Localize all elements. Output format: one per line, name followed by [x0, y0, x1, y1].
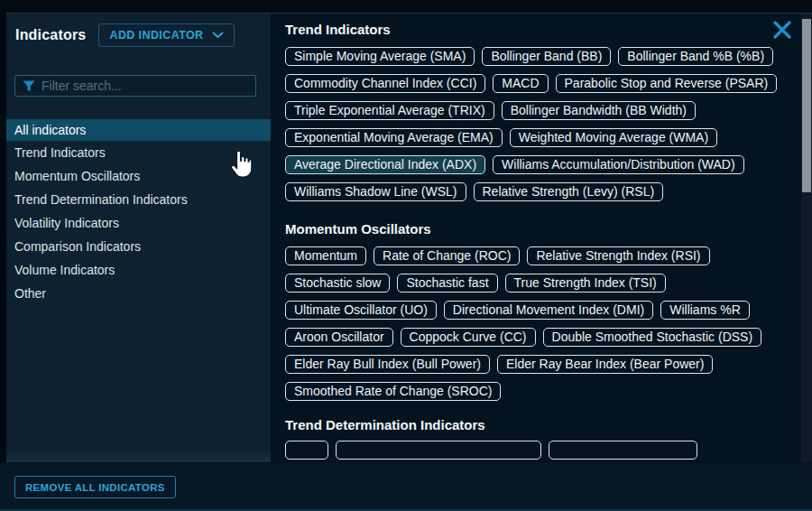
dialog-footer: REMOVE ALL INDICATORS	[0, 462, 812, 511]
indicator-chip[interactable]: Commodity Channel Index (CCI)	[285, 74, 485, 93]
indicator-chip[interactable]: Bollinger Bandwidth (BB Width)	[502, 101, 696, 120]
indicator-chip[interactable]: Simple Moving Average (SMA)	[285, 47, 475, 66]
indicator-chip[interactable]: Williams Accumulation/Distribution (WAD)	[493, 155, 744, 174]
indicator-chip[interactable]: Double Smoothed Stochastic (DSS)	[543, 328, 762, 347]
chip-row	[285, 441, 792, 460]
sidebar-item-trend-determination-indicators[interactable]: Trend Determination Indicators	[6, 188, 271, 211]
indicator-chip[interactable]: Elder Ray Bull Index (Bull Power)	[285, 355, 490, 374]
indicator-chip[interactable]: Smoothed Rate of Change (SROC)	[285, 382, 501, 401]
indicator-chip[interactable]: Williams Shadow Line (WSL)	[285, 182, 466, 201]
chip-row: Ultimate Oscillator (UO)Directional Move…	[285, 301, 792, 320]
indicator-chip-partial[interactable]	[285, 441, 328, 460]
indicator-chip[interactable]: Stochastic fast	[397, 274, 497, 293]
chip-row: Average Directional Index (ADX)Williams …	[285, 155, 792, 174]
sidebar-header: Indicators ADD INDICATOR	[6, 14, 271, 47]
chip-row: MomentumRate of Change (ROC)Relative Str…	[285, 246, 792, 265]
chip-row: Triple Exponential Average (TRIX)Bolling…	[285, 101, 792, 120]
indicator-chip[interactable]: Elder Ray Bear Index (Bear Power)	[497, 355, 713, 374]
indicator-chip[interactable]: Rate of Change (ROC)	[374, 246, 520, 265]
indicator-chip[interactable]: Momentum	[285, 246, 366, 265]
sidebar-item-volume-indicators[interactable]: Volume Indicators	[6, 258, 271, 282]
funnel-icon	[23, 80, 35, 92]
indicator-chip[interactable]: Williams %R	[660, 301, 750, 320]
indicator-chip[interactable]: Weighted Moving Average (WMA)	[510, 128, 717, 147]
chip-row: Stochastic slowStochastic fastTrue Stren…	[285, 274, 792, 293]
close-icon[interactable]	[772, 20, 792, 40]
chip-row: Smoothed Rate of Change (SROC)	[285, 382, 792, 401]
indicator-section: Trend Determination Indicators	[285, 417, 792, 460]
scrollbar[interactable]	[801, 14, 812, 462]
sidebar-item-all-indicators[interactable]: All indicators	[6, 119, 271, 141]
indicator-chip-partial[interactable]	[549, 441, 697, 460]
chip-row: Exponential Moving Average (EMA)Weighted…	[285, 128, 792, 147]
sidebar-item-trend-indicators[interactable]: Trend Indicators	[6, 141, 271, 164]
indicator-chip[interactable]: Bollinger Band (BB)	[482, 47, 611, 66]
add-indicator-button[interactable]: ADD INDICATOR	[98, 23, 234, 47]
indicator-chip[interactable]: Average Directional Index (ADX)	[285, 155, 485, 174]
chip-row: Commodity Channel Index (CCI)MACDParabol…	[285, 74, 792, 93]
indicator-chip[interactable]: Bollinger Band %B (%B)	[618, 47, 773, 66]
filter-search-input[interactable]	[42, 79, 248, 93]
add-indicator-label: ADD INDICATOR	[109, 29, 203, 42]
indicator-dialog: Indicators ADD INDICATOR All indicatorsT…	[6, 13, 812, 462]
indicator-chip-partial[interactable]	[336, 441, 541, 460]
page-title: Indicators	[15, 27, 86, 43]
indicator-chip[interactable]: Relative Strength (Levy) (RSL)	[474, 182, 664, 201]
sidebar-item-comparison-indicators[interactable]: Comparison Indicators	[6, 235, 271, 258]
indicator-chip[interactable]: Triple Exponential Average (TRIX)	[285, 101, 494, 120]
chip-row: Williams Shadow Line (WSL)Relative Stren…	[285, 182, 792, 201]
remove-all-indicators-button[interactable]: REMOVE ALL INDICATORS	[14, 476, 176, 498]
section-title: Trend Determination Indicators	[285, 417, 792, 433]
indicator-chip[interactable]: True Strength Index (TSI)	[505, 274, 666, 293]
chip-row: Aroon OscillatorCoppock Curve (CC)Double…	[285, 328, 792, 347]
sidebar-item-volatility-indicators[interactable]: Volatility Indicators	[6, 211, 271, 235]
indicator-sections: Trend IndicatorsSimple Moving Average (S…	[271, 14, 801, 462]
section-title: Trend Indicators	[285, 22, 792, 38]
indicator-section: Trend IndicatorsSimple Moving Average (S…	[285, 22, 792, 201]
category-list: All indicatorsTrend IndicatorsMomentum O…	[6, 119, 271, 305]
indicator-section: Momentum OscillatorsMomentumRate of Chan…	[285, 221, 792, 401]
scrollbar-thumb[interactable]	[802, 19, 811, 192]
sidebar-item-other[interactable]: Other	[6, 282, 271, 305]
indicator-chip[interactable]: MACD	[493, 74, 548, 93]
sidebar-bottom-fade	[6, 451, 271, 462]
indicator-chip[interactable]: Coppock Curve (CC)	[401, 328, 536, 347]
indicator-chip[interactable]: Directional Movement Index (DMI)	[444, 301, 653, 320]
indicator-chip[interactable]: Ultimate Oscillator (UO)	[285, 301, 437, 320]
chevron-down-icon	[212, 32, 224, 39]
indicator-chip[interactable]: Relative Strength Index (RSI)	[527, 246, 709, 265]
sidebar: Indicators ADD INDICATOR All indicatorsT…	[6, 14, 271, 462]
filter-search-box	[14, 75, 256, 97]
indicator-chip[interactable]: Parabolic Stop and Reverse (PSAR)	[556, 74, 778, 93]
indicator-chip[interactable]: Stochastic slow	[285, 274, 390, 293]
sidebar-item-momentum-oscillators[interactable]: Momentum Oscillators	[6, 164, 271, 188]
chip-row: Simple Moving Average (SMA)Bollinger Ban…	[285, 47, 792, 66]
indicator-chip[interactable]: Exponential Moving Average (EMA)	[285, 128, 503, 147]
indicator-chip[interactable]: Aroon Oscillator	[285, 328, 393, 347]
chip-row: Elder Ray Bull Index (Bull Power)Elder R…	[285, 355, 792, 374]
section-title: Momentum Oscillators	[285, 221, 792, 237]
